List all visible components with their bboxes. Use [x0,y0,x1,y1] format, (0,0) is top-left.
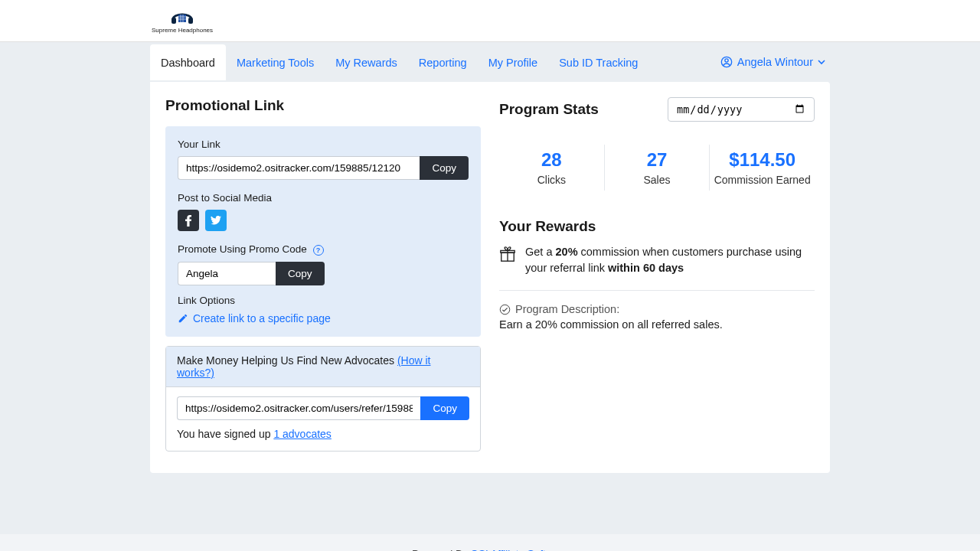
promo-code-input[interactable] [178,262,276,285]
tab-reporting[interactable]: Reporting [408,44,478,80]
footer-link[interactable]: OSI Affiliate Software [471,548,568,551]
tab-marketing-tools[interactable]: Marketing Tools [226,44,325,80]
promo-code-label: Promote Using Promo Code ? [178,243,469,256]
edit-icon [178,313,188,324]
link-options-label: Link Options [178,295,469,306]
rewards-heading: Your Rewards [499,218,815,235]
chevron-down-icon [818,58,825,66]
reward-text: Get a 20% commission when customers purc… [525,244,815,276]
user-menu[interactable]: Angela Wintour [716,50,830,74]
program-description: Program Description: Earn a 20% commissi… [499,303,815,331]
stats-date-input[interactable] [668,97,815,122]
promo-box: Your Link Copy Post to Social Media Prom… [165,126,481,337]
brand-logo: Supreme Headphones [152,8,213,34]
twitter-icon [211,216,221,225]
svg-rect-0 [172,18,176,24]
facebook-icon [185,214,192,227]
advocates-count-link[interactable]: 1 advocates [273,428,332,440]
headphones-icon [170,8,194,25]
rewards-section: Your Rewards Get a 20% commission when c… [499,218,815,331]
create-specific-link[interactable]: Create link to a specific page [178,312,469,324]
tab-my-rewards[interactable]: My Rewards [325,44,408,80]
svg-rect-2 [178,15,186,22]
stat-sales: 27 Sales [604,145,710,191]
tab-dashboard[interactable]: Dashboard [150,44,226,80]
svg-point-12 [500,305,510,315]
nav-tabs: Dashboard Marketing Tools My Rewards Rep… [150,42,830,82]
tab-my-profile[interactable]: My Profile [478,44,548,80]
stat-commission: $114.50 Commission Earned [709,145,815,191]
help-icon[interactable]: ? [313,245,324,256]
facebook-share-button[interactable] [178,210,199,231]
your-link-label: Your Link [178,139,469,150]
program-stats-heading: Program Stats [499,101,599,118]
advocate-link-input[interactable] [177,396,420,420]
referral-link-input[interactable] [178,156,420,180]
copy-advocate-button[interactable]: Copy [420,396,469,420]
stat-clicks: 28 Clicks [499,145,604,191]
advocates-header: Make Money Helping Us Find New Advocates… [166,347,480,387]
promotional-link-heading: Promotional Link [165,97,481,114]
gift-icon [499,246,516,276]
user-name: Angela Wintour [737,56,813,68]
svg-point-8 [725,59,728,62]
twitter-share-button[interactable] [205,210,227,231]
check-circle-icon [499,304,511,315]
stats-grid: 28 Clicks 27 Sales $114.50 Commission Ea… [499,145,815,191]
top-header: Supreme Headphones [0,0,980,42]
advocates-signed-up: You have signed up 1 advocates [177,428,469,440]
brand-name: Supreme Headphones [152,27,213,34]
svg-rect-1 [188,18,193,24]
main-content: Promotional Link Your Link Copy Post to … [150,82,830,473]
tab-sub-id-tracking[interactable]: Sub ID Tracking [548,44,648,80]
user-icon [720,56,733,68]
copy-promo-button[interactable]: Copy [276,262,325,285]
post-social-label: Post to Social Media [178,192,469,204]
copy-link-button[interactable]: Copy [420,156,469,180]
advocates-box: Make Money Helping Us Find New Advocates… [165,346,481,452]
footer: Powered By OSI Affiliate Software [0,534,980,551]
